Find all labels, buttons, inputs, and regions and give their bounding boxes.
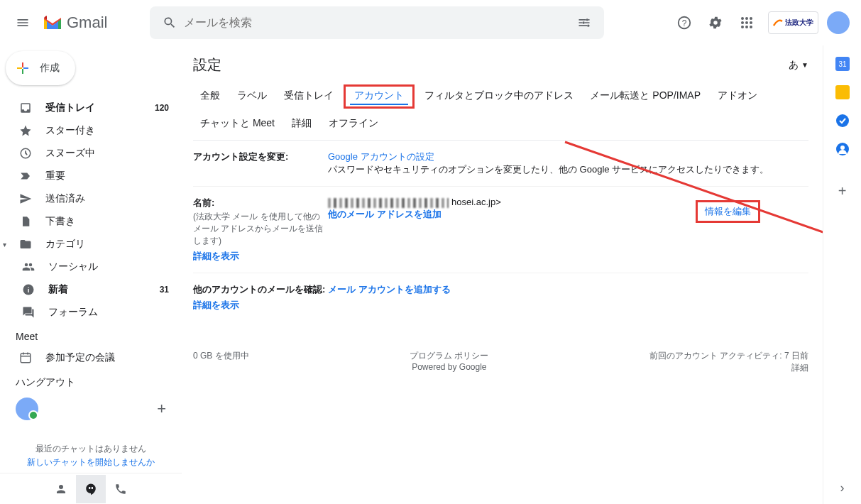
last-activity: 前回のアカウント アクティビティ: 7 日前 xyxy=(649,351,808,361)
nav-meet-meetings[interactable]: 参加予定の会議 xyxy=(0,346,182,369)
hamburger-icon xyxy=(16,16,30,30)
nav-categories[interactable]: カテゴリ xyxy=(11,233,85,256)
svg-point-9 xyxy=(745,21,748,24)
account-avatar[interactable] xyxy=(827,11,850,34)
svg-point-13 xyxy=(750,26,752,28)
tab-general[interactable]: 全般 xyxy=(193,85,227,106)
svg-point-0 xyxy=(586,18,588,21)
draft-icon xyxy=(18,215,33,228)
tab-filters[interactable]: フィルタとブロック中のアドレス xyxy=(417,85,581,106)
tab-addons[interactable]: アドオン xyxy=(711,85,764,106)
nav-important[interactable]: 重要 xyxy=(0,165,182,187)
svg-rect-17 xyxy=(21,354,31,363)
storage-usage: 0 GB を使用中 xyxy=(193,350,249,374)
svg-text:i: i xyxy=(28,286,30,294)
org-swoosh-icon xyxy=(773,18,783,28)
gear-icon xyxy=(708,15,723,31)
send-icon xyxy=(18,192,33,205)
inbox-icon xyxy=(18,102,33,114)
tab-offline[interactable]: オフライン xyxy=(322,113,385,134)
detail-link[interactable]: 詳細を表示 xyxy=(193,299,239,312)
nav-cat-updates[interactable]: i 新着 31 xyxy=(0,278,182,301)
support-button[interactable]: ? xyxy=(670,9,698,37)
powered-by: Powered by Google xyxy=(412,362,486,372)
category-caret-icon[interactable]: ▾ xyxy=(3,241,11,248)
important-icon xyxy=(18,170,33,182)
tune-icon xyxy=(577,16,591,30)
activity-detail-link[interactable]: 詳細 xyxy=(791,363,808,373)
main-menu-button[interactable] xyxy=(6,6,40,40)
svg-point-12 xyxy=(745,26,748,28)
org-badge[interactable]: 法政大学 xyxy=(768,11,818,34)
nav-drafts[interactable]: 下書き xyxy=(0,210,182,233)
side-panel: 31 + › xyxy=(823,45,861,504)
svg-point-1 xyxy=(583,21,585,23)
add-another-email-link[interactable]: 他のメール アドレスを追加 xyxy=(328,209,442,219)
apps-button[interactable] xyxy=(733,9,761,37)
hangouts-tab[interactable] xyxy=(76,475,106,503)
svg-point-11 xyxy=(741,26,744,28)
contacts-addon[interactable] xyxy=(835,142,850,156)
hangout-new-button[interactable]: + xyxy=(157,400,166,418)
gmail-logo[interactable]: Gmail xyxy=(43,13,107,32)
tab-account[interactable]: アカウント xyxy=(350,88,408,105)
compose-button[interactable]: 作成 xyxy=(6,51,75,85)
main-content: 設定 あ▼ 全般 ラベル 受信トレイ アカウント フィルタとブロック中のアドレス… xyxy=(182,45,823,504)
svg-text:31: 31 xyxy=(838,60,847,68)
nav-snoozed[interactable]: スヌーズ中 xyxy=(0,142,182,165)
chat-start-link[interactable]: 新しいチャットを開始しませんか xyxy=(0,456,182,469)
svg-point-6 xyxy=(745,17,748,20)
program-policy-link[interactable]: プログラム ポリシー xyxy=(410,351,488,361)
tab-advanced[interactable]: 詳細 xyxy=(285,113,319,134)
tab-account-highlight: アカウント xyxy=(344,84,415,109)
tab-forwarding[interactable]: メール転送と POP/IMAP xyxy=(583,85,708,106)
search-button[interactable] xyxy=(155,9,184,37)
edit-info-link[interactable]: 情報を編集 xyxy=(696,200,760,223)
nav-cat-forums[interactable]: フォーラム xyxy=(0,301,182,324)
hangout-section-header: ハングアウト xyxy=(0,369,182,393)
footer: 0 GB を使用中 プログラム ポリシー Powered by Google 前… xyxy=(193,350,808,374)
section-label: 他のアカウントのメールを確認: xyxy=(193,284,325,295)
gmail-icon xyxy=(43,15,62,31)
calendar-addon[interactable]: 31 xyxy=(835,57,850,71)
language-dropdown[interactable]: あ▼ xyxy=(789,59,808,72)
folder-icon xyxy=(18,238,33,251)
keep-addon[interactable] xyxy=(835,85,850,99)
header: Gmail ? 法政大学 xyxy=(0,0,861,45)
chat-empty-text: 最近のチャットはありません xyxy=(0,443,182,455)
nav-sent[interactable]: 送信済み xyxy=(0,187,182,210)
google-account-settings-link[interactable]: Google アカウントの設定 xyxy=(328,151,434,162)
contacts-tab[interactable] xyxy=(46,475,76,503)
tab-labels[interactable]: ラベル xyxy=(230,85,274,106)
tasks-addon[interactable] xyxy=(835,114,850,128)
svg-text:?: ? xyxy=(682,18,687,28)
nav-cat-social[interactable]: ソーシャル xyxy=(0,256,182,278)
section-sub: (法政大学 メール を使用して他のメール アドレスからメールを送信します) xyxy=(193,211,328,247)
compose-label: 作成 xyxy=(40,62,60,75)
sidebar-bottom-tabs xyxy=(0,473,182,504)
section-change-account: アカウント設定を変更: Google アカウントの設定 パスワードやセキュリティ… xyxy=(193,141,808,187)
nav-inbox[interactable]: 受信トレイ 120 xyxy=(0,97,182,119)
phone-tab[interactable] xyxy=(106,475,136,503)
info-icon: i xyxy=(21,283,35,296)
hangout-avatar[interactable] xyxy=(16,398,38,420)
nav-starred[interactable]: スター付き xyxy=(0,119,182,142)
svg-point-24 xyxy=(840,146,845,150)
settings-tabs: 全般 ラベル 受信トレイ アカウント フィルタとブロック中のアドレス メール転送… xyxy=(193,84,808,141)
side-panel-toggle[interactable]: › xyxy=(840,481,845,495)
detail-link[interactable]: 詳細を表示 xyxy=(193,250,239,263)
svg-point-22 xyxy=(836,114,849,127)
section-label: アカウント設定を変更: xyxy=(193,150,328,176)
tab-chat-meet[interactable]: チャットと Meet xyxy=(193,113,282,134)
search-input[interactable] xyxy=(184,16,570,29)
search-bar xyxy=(150,6,604,39)
app-name: Gmail xyxy=(67,13,107,32)
settings-button[interactable] xyxy=(701,9,730,37)
search-options-button[interactable] xyxy=(570,9,598,37)
get-addons-button[interactable]: + xyxy=(838,183,847,199)
page-title: 設定 xyxy=(193,55,221,75)
tab-inbox[interactable]: 受信トレイ xyxy=(277,85,341,106)
add-mail-account-link[interactable]: メール アカウントを追加する xyxy=(328,284,451,295)
svg-point-5 xyxy=(741,17,744,20)
star-icon xyxy=(18,124,33,137)
